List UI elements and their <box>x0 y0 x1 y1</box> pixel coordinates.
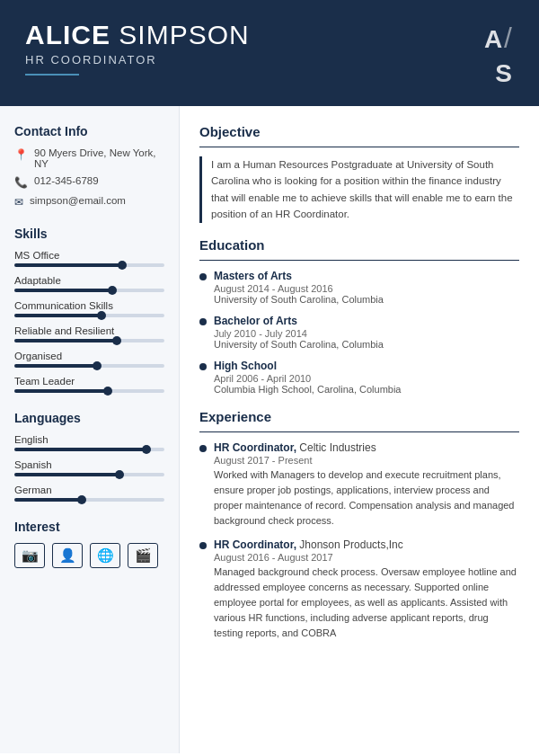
skill-item: Organised <box>14 351 164 368</box>
skills-list: MS Office Adaptable Communication Skills… <box>14 250 164 393</box>
right-column: Objective I am a Human Resources Postgra… <box>180 106 539 753</box>
first-name: ALICE <box>25 20 110 49</box>
education-section: Education Masters of Arts August 2014 - … <box>199 237 519 395</box>
skill-bar-dot <box>112 336 121 345</box>
experience-description: Managed background check process. Oversa… <box>214 565 519 641</box>
language-item: German <box>14 485 164 502</box>
skill-item: Communication Skills <box>14 300 164 317</box>
experience-date: August 2017 - Present <box>214 455 519 466</box>
education-title: Education <box>199 237 519 253</box>
languages-title: Languages <box>14 411 164 425</box>
education-item: High School April 2006 - April 2010 Colu… <box>199 360 519 395</box>
education-degree: Masters of Arts <box>214 270 519 282</box>
monogram-slash: / <box>504 22 514 54</box>
skill-name: Team Leader <box>14 376 164 387</box>
skill-name: Organised <box>14 351 164 361</box>
education-date: July 2010 - July 2014 <box>214 328 519 339</box>
bullet-dot <box>199 542 207 549</box>
education-item: Bachelor of Arts July 2010 - July 2014 U… <box>199 315 519 350</box>
bullet-dot <box>199 318 207 325</box>
objective-text: I am a Human Resources Postgraduate at U… <box>199 156 519 223</box>
header: ALICE SIMPSON HR COORDINATOR A/ S <box>0 0 539 106</box>
skill-name: MS Office <box>14 250 164 261</box>
experience-date: August 2016 - August 2017 <box>214 552 519 563</box>
body-wrap: Contact Info 📍 90 Myers Drive, New York,… <box>0 106 539 753</box>
experience-role: HR Coordinator, Jhonson Products,Inc <box>214 538 519 551</box>
skill-bar-fill <box>14 263 122 267</box>
language-name: German <box>14 485 164 495</box>
education-institution: University of South Carolina, Columbia <box>214 294 519 305</box>
bullet-dot <box>199 273 207 280</box>
language-bar-dot <box>77 495 86 504</box>
skill-item: Team Leader <box>14 376 164 393</box>
education-degree: Bachelor of Arts <box>214 315 519 327</box>
objective-section: Objective I am a Human Resources Postgra… <box>199 124 519 223</box>
contact-section: Contact Info 📍 90 Myers Drive, New York,… <box>14 124 164 209</box>
email-icon: ✉ <box>14 196 23 209</box>
languages-list: English Spanish German <box>14 434 164 502</box>
education-item: Masters of Arts August 2014 - August 201… <box>199 270 519 305</box>
language-bar-bg <box>14 448 164 451</box>
education-degree: High School <box>214 360 519 372</box>
skill-bar-bg <box>14 389 164 393</box>
education-content: Masters of Arts August 2014 - August 201… <box>214 270 519 305</box>
education-content: Bachelor of Arts July 2010 - July 2014 U… <box>214 315 519 350</box>
language-bar-bg <box>14 498 164 502</box>
experience-description: Worked with Managers to develop and exec… <box>214 467 519 529</box>
skill-item: Adaptable <box>14 275 164 292</box>
contact-phone: 📞 012-345-6789 <box>14 175 164 189</box>
experience-content: HR Coordinator, Jhonson Products,Inc Aug… <box>214 538 519 641</box>
skills-title: Skills <box>14 227 164 241</box>
skill-bar-bg <box>14 364 164 368</box>
interest-section: Interest 📷👤🌐🎬 <box>14 520 164 568</box>
skill-bar-fill <box>14 389 108 393</box>
skill-bar-dot <box>118 261 127 270</box>
phone-icon: 📞 <box>14 176 28 189</box>
experience-section: Experience HR Coordinator, Celtic Indust… <box>199 409 519 641</box>
interest-icon-1: 👤 <box>52 543 83 568</box>
education-date: August 2014 - August 2016 <box>214 283 519 294</box>
education-list: Masters of Arts August 2014 - August 201… <box>199 270 519 395</box>
skill-name: Reliable and Resilient <box>14 325 164 336</box>
contact-title: Contact Info <box>14 124 164 138</box>
experience-divider <box>199 431 519 432</box>
skill-bar-dot <box>108 286 117 295</box>
interest-icon-3: 🎬 <box>128 543 158 568</box>
education-content: High School April 2006 - April 2010 Colu… <box>214 360 519 395</box>
header-name: ALICE SIMPSON <box>25 20 250 49</box>
skill-bar-bg <box>14 263 164 267</box>
monogram-a: A <box>484 25 504 53</box>
language-bar-fill <box>14 448 146 451</box>
skill-name: Communication Skills <box>14 300 164 311</box>
languages-section: Languages English Spanish German <box>14 411 164 502</box>
email-text: simpson@email.com <box>30 195 126 206</box>
skill-name: Adaptable <box>14 275 164 286</box>
skill-item: MS Office <box>14 250 164 267</box>
phone-text: 012-345-6789 <box>34 175 99 186</box>
contact-address: 📍 90 Myers Drive, New York, NY <box>14 147 164 169</box>
experience-company: Jhonson Products,Inc <box>299 538 402 551</box>
objective-divider <box>199 147 519 147</box>
experience-title: Experience <box>199 409 519 424</box>
experience-content: HR Coordinator, Celtic Industries August… <box>214 441 519 529</box>
language-name: Spanish <box>14 459 164 470</box>
language-bar-dot <box>115 470 124 479</box>
interest-icon-2: 🌐 <box>90 543 120 568</box>
address-text: 90 Myers Drive, New York, NY <box>34 147 164 169</box>
experience-company: Celtic Industries <box>299 441 376 454</box>
location-icon: 📍 <box>14 148 28 161</box>
experience-role: HR Coordinator, Celtic Industries <box>214 441 519 454</box>
skill-bar-fill <box>14 314 102 317</box>
skill-bar-dot <box>97 311 106 320</box>
header-left: ALICE SIMPSON HR COORDINATOR <box>25 20 250 76</box>
skill-bar-dot <box>93 361 102 370</box>
skill-bar-fill <box>14 339 117 342</box>
education-date: April 2006 - April 2010 <box>214 373 519 384</box>
bullet-dot <box>199 363 207 370</box>
language-bar-dot <box>142 445 151 454</box>
language-item: Spanish <box>14 459 164 476</box>
skill-bar-bg <box>14 339 164 342</box>
header-monogram: A/ S <box>484 20 514 90</box>
monogram-s: S <box>495 59 514 87</box>
skill-bar-fill <box>14 364 97 368</box>
